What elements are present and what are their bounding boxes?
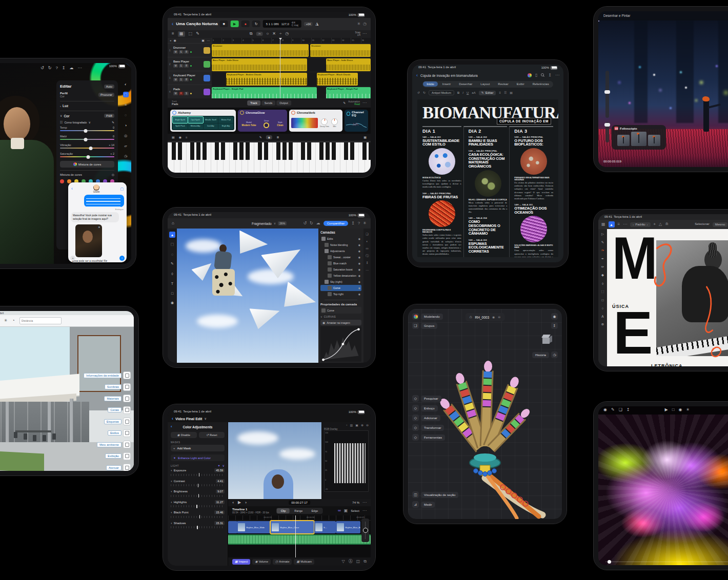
panel-icon[interactable] [123, 418, 131, 425]
panel-shortcut[interactable]: Meio ambiente [97, 441, 131, 448]
lcd-display[interactable]: 5 1 1 086 127,0 4/4C maj [263, 20, 301, 28]
masking-icon[interactable]: ◑ [123, 122, 129, 128]
back-icon[interactable]: ‹ [416, 73, 418, 78]
back-icon[interactable]: ‹ [172, 417, 173, 421]
zoom-icon[interactable]: ⊕ [600, 322, 605, 327]
add-mask-button[interactable]: + Add Mask [171, 445, 225, 451]
tool-row[interactable]: ◇ Ferramentas [412, 434, 445, 441]
audio-region[interactable]: Bass Player - Indie Disco [326, 58, 371, 71]
song-title[interactable]: Uma Canção Noturna [176, 22, 217, 26]
close-icon[interactable]: ✕ [97, 225, 101, 229]
undo-icon[interactable]: ↺ [417, 91, 420, 94]
overwrite-icon[interactable]: ▣ [344, 509, 348, 513]
scope-type-icon[interactable]: ▥ [350, 424, 353, 427]
share-icon[interactable]: ↥ [548, 73, 552, 77]
capture-icon[interactable]: ◉ [603, 408, 607, 412]
slider-value[interactable]: 15.31 [214, 521, 225, 525]
midi-region[interactable]: Keyboard Player - Broken Chords [226, 73, 307, 86]
color-slider[interactable]: ◐Contrast 4.41 [171, 479, 225, 487]
layers-icon[interactable]: ≡ [618, 222, 620, 226]
keyboard-layout-icon[interactable]: ▦ [363, 136, 367, 139]
slider-knob[interactable] [197, 526, 198, 529]
slider-track[interactable] [60, 139, 114, 140]
undo-icon[interactable]: ↺ [41, 66, 44, 70]
tool-icon[interactable]: ◇ [412, 415, 419, 421]
sync-icon[interactable]: ↥ [551, 322, 558, 329]
ruler-bar-number[interactable]: 13 [331, 38, 341, 43]
slider-knob[interactable] [89, 147, 93, 150]
slider-value[interactable]: 45.59 [214, 468, 225, 472]
mute-button[interactable]: M [173, 64, 178, 68]
play-icon[interactable]: ▶ [238, 501, 241, 505]
color-slider[interactable]: ◐Shadows 15.31 [171, 521, 225, 529]
slider-knob[interactable] [604, 90, 610, 94]
visibility-eye-icon[interactable]: ◉ [358, 237, 360, 240]
more-icon[interactable]: ⋯ [623, 222, 627, 226]
color-slider[interactable]: ◐Black Point 15.46 [171, 510, 225, 518]
chevron-down-icon[interactable]: ∨ [320, 316, 322, 318]
panel-divider[interactable] [325, 298, 357, 300]
alchemy-preset[interactable]: Opal Synth [188, 117, 203, 123]
light-section[interactable]: Luz [63, 104, 68, 108]
keyboard-lane[interactable]: Keyboard Player - Broken Chords Keyboard… [212, 72, 371, 87]
video-call-icon[interactable]: ▢ [120, 187, 124, 191]
ellipse-icon[interactable]: ○ [600, 305, 605, 310]
indent-icon[interactable]: ▤ [510, 91, 513, 94]
video-clip[interactable]: S… [314, 521, 336, 533]
layer-row[interactable]: Top right ◉ [320, 291, 361, 297]
mute-button[interactable]: M [173, 92, 178, 95]
loop-tool-icon[interactable]: ○ [266, 32, 269, 36]
alchemy-preset[interactable]: Metallic Swell [204, 117, 218, 123]
settings-icon[interactable]: ✳ [686, 408, 690, 412]
add-attachment-button[interactable]: + [70, 256, 75, 261]
more-icon[interactable]: ⋯ [78, 66, 82, 70]
type-tool-icon[interactable]: T [169, 280, 175, 286]
crop-icon[interactable]: ⬚ [600, 289, 605, 294]
visibility-eye-icon[interactable]: ◉ [358, 262, 360, 265]
panel-shortcut[interactable]: Atenuar [106, 464, 131, 471]
wand-icon[interactable]: ✦ [218, 464, 220, 467]
tool-icon[interactable]: ◇ [412, 395, 419, 402]
inspect-button[interactable]: ▦Inspect [232, 559, 250, 565]
slider-value[interactable]: 4.41 [216, 479, 225, 483]
ruler-bar-number[interactable]: 14 [341, 38, 351, 43]
style-value[interactable]: Clean [277, 124, 283, 127]
redo-icon[interactable]: ↻ [423, 91, 426, 94]
slider-knob[interactable] [604, 123, 610, 127]
split-tool-icon[interactable]: ÷ [279, 32, 281, 36]
visibility-eye-icon[interactable]: ◉ [358, 243, 360, 246]
panel-icon[interactable] [123, 371, 131, 379]
visibility-eye-icon[interactable]: ◉ [358, 274, 360, 277]
cycle-view-icon[interactable]: ◷ [363, 22, 367, 26]
visibility-eye-icon[interactable]: ◉ [358, 293, 360, 296]
solo-button[interactable]: S [179, 78, 184, 81]
slider-value[interactable]: 11.27 [215, 500, 225, 504]
zoom-level[interactable]: 26% [278, 221, 287, 225]
disable-button[interactable]: ◉Disable [171, 432, 197, 438]
timeline-scrubber[interactable] [605, 562, 728, 562]
keyboard-settings-icon[interactable]: ⌗ [186, 136, 187, 139]
optics-icon[interactable]: ◎ [123, 133, 129, 138]
adjustment-slider[interactable]: Vibração + 14 [60, 143, 114, 149]
eyedropper-icon[interactable]: ✎ [112, 121, 114, 124]
select-menu[interactable]: Select [351, 509, 359, 512]
solo-button[interactable]: S [179, 64, 184, 68]
document-title[interactable]: Cúpula de inovação em biomanufatura [420, 74, 478, 77]
tool-icon[interactable]: ◇ [412, 434, 419, 441]
brush-tool-icon[interactable]: ✎ [169, 261, 175, 267]
view-cube[interactable] [540, 334, 554, 347]
layer-row[interactable]: Yellow desaturation ◉ [320, 273, 361, 279]
video-clip[interactable]: Skyline_Blue_Backgro… [336, 521, 360, 533]
brush-size-slider[interactable] [605, 71, 609, 118]
transpose-value[interactable]: +04 [304, 22, 313, 26]
stop-button[interactable]: ■ [220, 20, 228, 27]
zoom-percent[interactable]: 74 % [352, 501, 359, 504]
isolate-icon[interactable]: ⊖ [498, 316, 500, 319]
reset-button[interactable]: ↺Reset [199, 432, 225, 438]
curve-editor[interactable] [320, 326, 361, 362]
ruler-bar-number[interactable]: 10 [301, 38, 311, 43]
node-tool-icon[interactable]: ▷ [600, 232, 605, 237]
alchemy-preset[interactable]: Dark Arp [204, 123, 218, 130]
ruler-bar-number[interactable]: 4 [241, 38, 251, 43]
render-mode-icon[interactable] [412, 313, 419, 320]
